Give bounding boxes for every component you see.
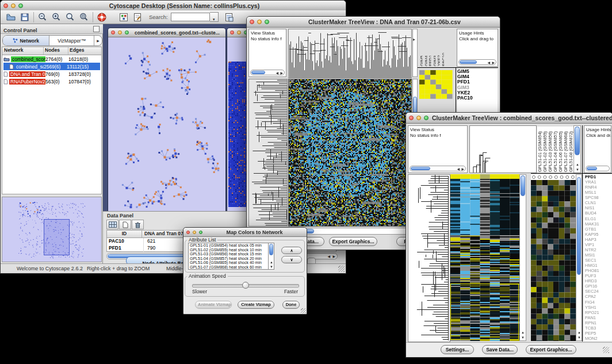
gene-item[interactable]: CPA2 bbox=[585, 294, 612, 299]
attribute-item[interactable]: GPL51-06 (GSM865) heat shock 40 min bbox=[189, 260, 268, 265]
close-icon[interactable] bbox=[250, 20, 254, 24]
gene-item[interactable]: VIP1 bbox=[585, 242, 612, 247]
gene-item[interactable]: CLN1 bbox=[585, 200, 612, 205]
attribute-item[interactable]: GPL51-04 (GSM857) heat shock 20 min bbox=[189, 256, 268, 261]
settings-button[interactable]: Settings... bbox=[441, 345, 474, 354]
scroll-right-icon[interactable] bbox=[492, 61, 495, 64]
create-vizmap-button[interactable]: Create Vizmap bbox=[238, 301, 274, 309]
close-icon[interactable] bbox=[409, 116, 414, 120]
column-label[interactable]: GPL51-06 (GSM865) bbox=[558, 127, 563, 172]
scroll-thumb[interactable] bbox=[521, 175, 525, 196]
gene-item[interactable]: FIG4 bbox=[585, 300, 612, 305]
gene-item[interactable]: GTB1 bbox=[585, 227, 612, 232]
column-label[interactable]: GPL51-03 (GSM856) bbox=[548, 127, 553, 172]
view-status-scrollbar[interactable] bbox=[250, 70, 285, 75]
gene-item[interactable]: PFD1 bbox=[585, 174, 612, 179]
minimize-icon[interactable] bbox=[118, 30, 122, 35]
scroll-right-icon[interactable] bbox=[280, 71, 283, 75]
dendrogram-scroll-strip[interactable] bbox=[412, 29, 418, 77]
row-dendrogram[interactable] bbox=[248, 79, 288, 227]
scroll-down-icon[interactable] bbox=[576, 168, 579, 171]
column-label[interactable]: GIM3 bbox=[432, 32, 436, 66]
move-down-button[interactable]: ∨ bbox=[281, 256, 302, 263]
close-icon[interactable] bbox=[111, 30, 115, 35]
scroll-thumb[interactable] bbox=[460, 60, 477, 64]
float-panel-icon[interactable] bbox=[93, 26, 100, 32]
close-icon[interactable] bbox=[230, 30, 234, 35]
column-label[interactable]: PFD1 bbox=[427, 32, 431, 66]
gene-item[interactable]: PUF3 bbox=[585, 273, 612, 278]
scroll-thumb[interactable] bbox=[575, 127, 580, 155]
column-dendrogram[interactable] bbox=[288, 29, 412, 78]
resize-grip[interactable] bbox=[338, 266, 345, 272]
annotation-button[interactable] bbox=[131, 12, 144, 23]
column-label[interactable]: PAC10 bbox=[441, 32, 445, 66]
zoom-vscrollbar[interactable] bbox=[576, 174, 582, 341]
main-titlebar[interactable]: Cytoscape Desktop (Session Name: collins… bbox=[1, 1, 346, 11]
scroll-down-icon[interactable] bbox=[270, 265, 273, 269]
export-graphics-button[interactable]: Export Graphics... bbox=[526, 345, 576, 354]
zoom-heatmap-canvas[interactable] bbox=[531, 174, 576, 341]
scroll-up-icon[interactable] bbox=[521, 331, 525, 334]
scroll-thumb[interactable] bbox=[411, 167, 430, 170]
gene-item[interactable]: YSH1 bbox=[585, 305, 612, 310]
usage-hints-scrollbar[interactable] bbox=[586, 166, 610, 171]
scroll-thumb[interactable] bbox=[577, 177, 581, 275]
gene-item[interactable]: SEC24 bbox=[585, 289, 612, 294]
labels-vscrollbar[interactable] bbox=[573, 125, 581, 173]
attribute-item[interactable]: GPL51-07 (GSM868) heat shock 60 min bbox=[189, 265, 268, 270]
done-button[interactable]: Done bbox=[282, 301, 300, 309]
network-row[interactable]: DNA and Tran 07 769(0) 183728(0) bbox=[3, 70, 100, 78]
gene-item[interactable]: RNR4 bbox=[585, 185, 612, 190]
gene-item[interactable]: SPC98 bbox=[585, 195, 612, 200]
row-dendrogram[interactable] bbox=[408, 174, 450, 342]
col-edges[interactable]: Edges bbox=[68, 47, 101, 55]
gene-item[interactable]: GPI16 bbox=[585, 283, 612, 289]
scroll-down-icon[interactable] bbox=[521, 336, 525, 339]
speed-slider[interactable] bbox=[192, 284, 299, 288]
heatmap-canvas[interactable] bbox=[450, 174, 519, 341]
listbox-vscrollbar[interactable] bbox=[268, 243, 274, 270]
zoom-in-button[interactable] bbox=[49, 12, 63, 23]
animate-vizmap-button[interactable]: Animate Vizmap bbox=[195, 301, 232, 309]
gene-item[interactable]: RPO21 bbox=[585, 310, 612, 315]
scroll-thumb[interactable] bbox=[587, 167, 597, 170]
network-table-header[interactable]: Network Nodes Edges bbox=[2, 47, 101, 55]
zoom-out-button[interactable] bbox=[36, 12, 49, 23]
gene-item[interactable]: PEP5 bbox=[585, 331, 612, 336]
tab-network[interactable]: Network bbox=[3, 36, 49, 45]
export-graphics-button[interactable]: Export Graphics... bbox=[329, 237, 377, 246]
column-label[interactable]: YKE2 bbox=[436, 32, 440, 66]
minimize-icon[interactable] bbox=[193, 231, 196, 234]
attribute-item[interactable]: GPL51-03 (GSM856) heat shock 15 min bbox=[189, 252, 268, 256]
save-session-button[interactable] bbox=[18, 12, 32, 23]
resize-grip[interactable] bbox=[301, 308, 306, 313]
gene-item[interactable]: MSI1 bbox=[585, 252, 612, 258]
gene-item[interactable]: KAP95 bbox=[585, 232, 612, 237]
gene-item[interactable]: MON2 bbox=[585, 336, 612, 341]
scroll-thumb[interactable] bbox=[251, 71, 265, 74]
plugins-button[interactable] bbox=[117, 12, 131, 23]
zoom-window-icon[interactable] bbox=[125, 30, 129, 35]
zoom-window-icon[interactable] bbox=[18, 3, 23, 8]
minimize-icon[interactable] bbox=[11, 3, 16, 8]
tab-overflow-button[interactable]: ▶ bbox=[94, 36, 102, 45]
column-dendrogram[interactable] bbox=[469, 125, 537, 173]
scroll-right-icon[interactable] bbox=[413, 33, 415, 43]
network-canvas[interactable] bbox=[108, 37, 224, 211]
resize-grip[interactable] bbox=[603, 347, 609, 353]
close-icon[interactable] bbox=[186, 231, 190, 234]
minimize-icon[interactable] bbox=[257, 20, 262, 24]
gene-item[interactable]: YRA1 bbox=[585, 179, 612, 185]
scroll-left-icon[interactable] bbox=[457, 167, 460, 171]
close-icon[interactable] bbox=[3, 3, 8, 8]
zoom-selected-button[interactable] bbox=[77, 12, 91, 23]
scroll-right-icon[interactable] bbox=[461, 167, 464, 171]
minimize-icon[interactable] bbox=[416, 116, 421, 120]
attribute-item[interactable]: GPL51-01 (GSM854) heat shock 05 min bbox=[189, 243, 268, 248]
gene-item[interactable]: MSL1 bbox=[585, 190, 612, 195]
column-label[interactable]: GPL51-08 (GSM872) bbox=[568, 127, 573, 172]
delete-attribute-button[interactable] bbox=[132, 220, 144, 229]
gene-item[interactable]: HAP3 bbox=[585, 237, 612, 242]
gene-item[interactable]: ELG1 bbox=[585, 216, 612, 221]
